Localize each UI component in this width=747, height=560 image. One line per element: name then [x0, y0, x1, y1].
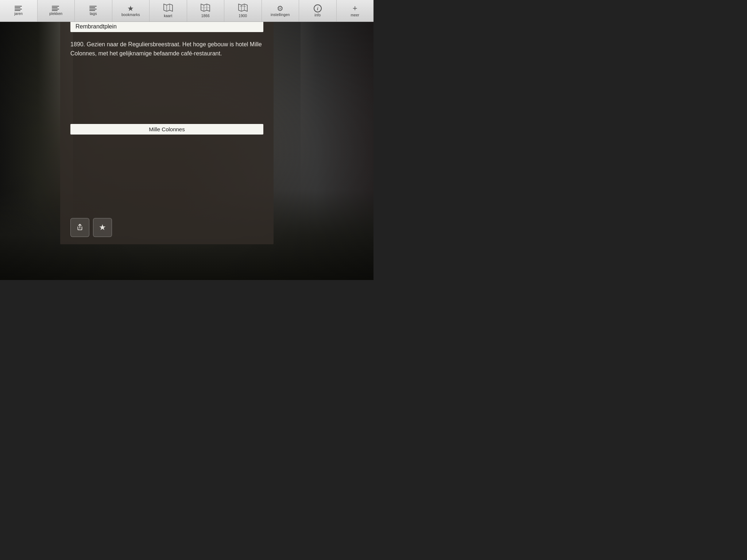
plus-icon: +: [353, 4, 357, 12]
toolbar-item-bookmarks[interactable]: ★ bookmarks: [112, 0, 150, 22]
place-name-badge[interactable]: Rembrandtplein: [70, 21, 263, 32]
toolbar-item-meer[interactable]: + meer: [337, 0, 374, 22]
info-icon: i: [314, 4, 322, 12]
toolbar-item-tags[interactable]: tags: [75, 0, 112, 22]
link-badge[interactable]: Mille Colonnes: [70, 124, 263, 135]
toolbar-label-1900: 1900: [239, 14, 247, 18]
toolbar-item-instellingen[interactable]: ⚙ instellingen: [262, 0, 299, 22]
gear-icon: ⚙: [277, 5, 283, 12]
info-panel: Rembrandtplein 1890. Gezien naar de Regu…: [60, 11, 274, 244]
photo-description: 1890. Gezien naar de Reguliersbreestraat…: [70, 40, 263, 115]
toolbar-item-1866[interactable]: 1866: [187, 0, 225, 22]
kaart-icon: [163, 4, 173, 13]
share-button[interactable]: [70, 218, 89, 237]
toolbar-item-info[interactable]: i info: [299, 0, 337, 22]
toolbar-label-instellingen: instellingen: [271, 13, 290, 17]
toolbar-item-kaart[interactable]: kaart: [150, 0, 187, 22]
toolbar-label-bookmarks: bookmarks: [121, 13, 140, 17]
toolbar-label-tags: tags: [90, 12, 97, 16]
toolbar-label-1866: 1866: [201, 14, 210, 18]
share-icon: [76, 223, 84, 232]
toolbar: jaren plekken tags ★ bookmarks: [0, 0, 374, 22]
toolbar-label-jaren: jaren: [14, 12, 23, 16]
action-buttons: ★: [70, 218, 263, 237]
bookmark-star-icon: ★: [99, 223, 106, 232]
toolbar-item-1900[interactable]: 1900: [224, 0, 262, 22]
bookmarks-icon: ★: [127, 5, 134, 12]
svg-marker-7: [239, 4, 247, 11]
toolbar-label-kaart: kaart: [164, 14, 172, 18]
toolbar-label-meer: meer: [351, 13, 359, 17]
toolbar-label-info: info: [314, 13, 321, 17]
svg-marker-0: [164, 4, 173, 11]
toolbar-item-jaren[interactable]: jaren: [0, 0, 38, 22]
1900-icon: [238, 4, 248, 13]
1866-icon: [201, 4, 210, 13]
bookmark-button[interactable]: ★: [93, 218, 112, 237]
toolbar-item-plekken[interactable]: plekken: [38, 0, 75, 22]
toolbar-label-plekken: plekken: [49, 12, 62, 16]
jaren-icon: [15, 6, 23, 11]
plekken-icon: [52, 6, 60, 11]
tags-icon: [89, 6, 97, 11]
